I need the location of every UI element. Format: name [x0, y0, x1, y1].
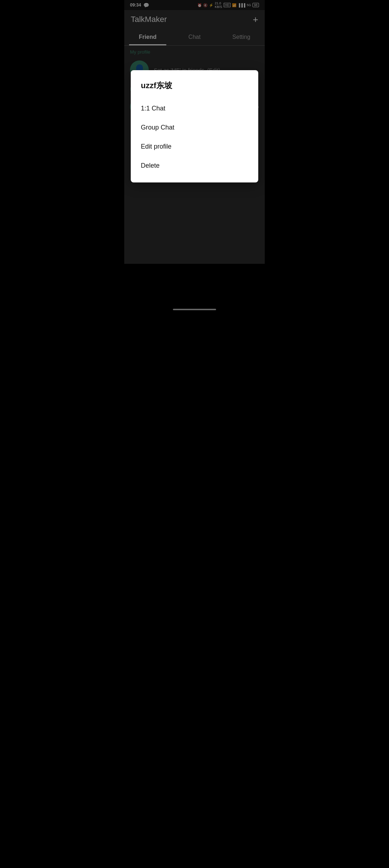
- home-indicator: [173, 309, 216, 310]
- one-to-one-chat-button[interactable]: 1:1 Chat: [141, 99, 248, 118]
- edit-profile-button[interactable]: Edit profile: [141, 137, 248, 156]
- delete-button[interactable]: Delete: [141, 156, 248, 175]
- context-menu-dialog: uzzf东坡 1:1 Chat Group Chat Edit profile …: [131, 70, 258, 182]
- dialog-title: uzzf东坡: [141, 80, 248, 91]
- group-chat-button[interactable]: Group Chat: [141, 118, 248, 137]
